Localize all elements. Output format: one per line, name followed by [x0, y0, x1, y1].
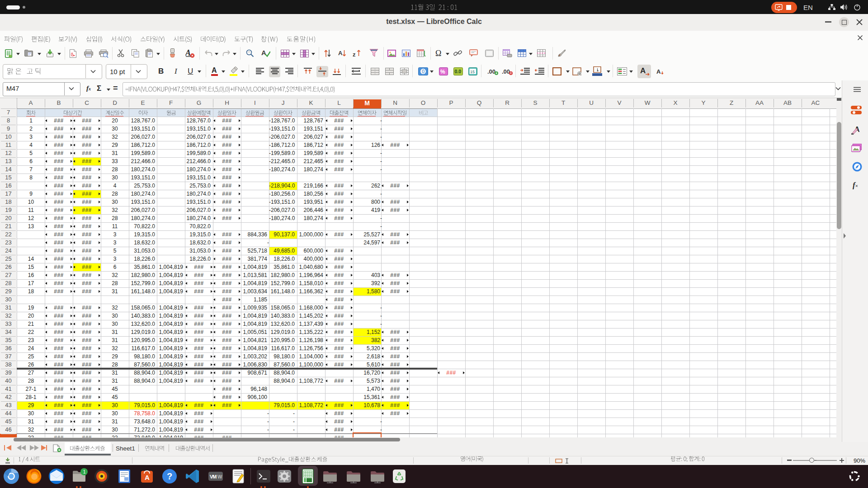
- svg-text:1: 1: [83, 469, 86, 474]
- svg-text:VM: VM: [210, 474, 217, 479]
- svg-text:A: A: [145, 474, 150, 481]
- svg-text:A: A: [338, 50, 343, 56]
- svg-text:%: %: [440, 69, 445, 75]
- svg-text:A: A: [640, 66, 646, 75]
- svg-text:A: A: [185, 49, 191, 57]
- svg-text:A: A: [656, 68, 661, 75]
- svg-text:Ω: Ω: [435, 49, 441, 57]
- svg-text:15: 15: [470, 70, 475, 74]
- svg-text:.00: .00: [502, 69, 510, 75]
- svg-text:0: 0: [422, 69, 425, 74]
- svg-text:n: n: [9, 55, 10, 57]
- svg-text:.00: .00: [487, 69, 495, 75]
- svg-text:0.0: 0.0: [455, 69, 462, 74]
- svg-text:A: A: [261, 49, 266, 56]
- svg-text:W: W: [217, 474, 222, 479]
- svg-text:?: ?: [167, 471, 172, 481]
- svg-text:z: z: [353, 51, 356, 57]
